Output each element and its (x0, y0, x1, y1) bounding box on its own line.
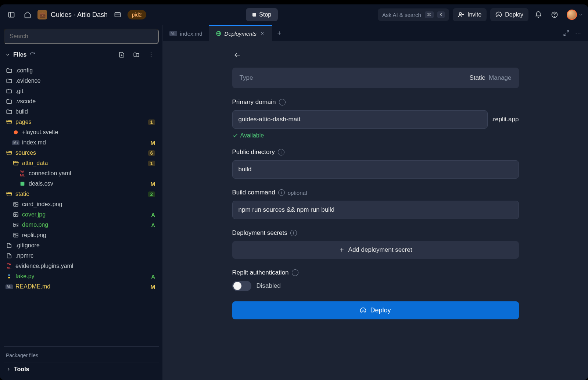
avatar-menu[interactable] (567, 10, 583, 20)
tree-label: sources (15, 150, 145, 156)
tree-item--git[interactable]: .git (4, 86, 157, 96)
new-file-icon[interactable] (115, 49, 128, 61)
kebab-icon[interactable] (575, 30, 581, 36)
info-icon[interactable]: i (290, 230, 297, 236)
divider (4, 346, 159, 347)
tree-item-attio-data[interactable]: attio_data1 (4, 158, 157, 168)
availability-status: Available (232, 132, 519, 139)
avatar (567, 10, 577, 20)
tree-item--npmrc[interactable]: .npmrc (4, 251, 157, 261)
svelte-icon (12, 129, 19, 136)
tree-item-connection-yaml[interactable]: YAMLconnection.yaml (4, 168, 157, 179)
tree-item--gitignore[interactable]: .gitignore (4, 240, 157, 251)
stop-button[interactable]: Stop (246, 8, 278, 21)
panel-toggle-icon[interactable] (5, 8, 18, 21)
tree-label: evidence.plugins.yaml (15, 263, 155, 269)
stop-icon (252, 13, 256, 17)
tree-label: demo.png (22, 222, 148, 228)
tools-section[interactable]: Tools (4, 362, 159, 376)
folder-open-icon (6, 119, 12, 125)
plus-icon (339, 247, 345, 253)
home-icon[interactable] (21, 8, 34, 21)
domain-input[interactable] (232, 110, 488, 129)
project-menu-icon[interactable] (111, 8, 124, 21)
svg-point-14 (151, 54, 151, 55)
rocket-icon (495, 11, 502, 18)
files-header[interactable]: Files (4, 46, 159, 63)
tree-item-card-index-png[interactable]: card_index.png (4, 199, 157, 209)
auth-toggle[interactable] (232, 281, 251, 291)
tree-item--evidence[interactable]: .evidence (4, 76, 157, 86)
tree-item-fake-py[interactable]: fake.pyA (4, 271, 157, 282)
info-icon[interactable]: i (278, 189, 285, 196)
tree-item--layout-svelte[interactable]: +layout.svelte (4, 127, 157, 137)
tree-item-readme-md[interactable]: M↓README.mdM (4, 282, 157, 292)
tree-item--config[interactable]: .config (4, 65, 157, 76)
tree-item-static[interactable]: static2 (4, 189, 157, 199)
tree-item--vscode[interactable]: .vscode (4, 96, 157, 107)
notifications-icon[interactable] (532, 8, 545, 21)
svg-point-19 (15, 203, 16, 204)
git-status-badge: A (151, 212, 155, 218)
tree-item-build[interactable]: build (4, 107, 157, 117)
deploy-button[interactable]: Deploy (232, 301, 519, 319)
tree-label: .gitignore (15, 242, 155, 249)
tree-item-cover-jpg[interactable]: cover.jpgA (4, 209, 157, 220)
tree-label: .npmrc (15, 252, 155, 259)
tree-item-replit-png[interactable]: replit.png (4, 230, 157, 240)
tree-item-pages[interactable]: pages1 (4, 117, 157, 127)
tree-label: .config (15, 67, 155, 74)
tree-item-evidence-plugins-yaml[interactable]: YAMLevidence.plugins.yaml (4, 261, 157, 271)
count-badge: 6 (148, 150, 155, 156)
ai-search-button[interactable]: Ask AI & search ⌘ K (378, 8, 449, 21)
tree-item-sources[interactable]: sources6 (4, 148, 157, 158)
tabbar: M↓ index.md Deployments (163, 25, 588, 41)
tree-item-index-md[interactable]: M↓index.mdM (4, 137, 157, 148)
info-icon[interactable]: i (292, 269, 298, 276)
build-cmd-input[interactable] (232, 201, 519, 219)
tree-label: deals.csv (29, 180, 148, 187)
yaml-icon: YAML (19, 170, 26, 177)
type-value: Static (470, 74, 485, 82)
info-icon[interactable]: i (279, 99, 286, 105)
more-icon[interactable] (145, 49, 157, 61)
project-title[interactable]: Guides - Attio Dash (51, 11, 108, 19)
file-tree: .config.evidence.git.vscodebuildpages1+l… (4, 65, 159, 342)
expand-icon[interactable] (563, 30, 570, 36)
pid-badge: pid2 (128, 10, 146, 19)
folder-open-icon (6, 150, 12, 156)
primary-domain-label: Primary domain i (232, 98, 519, 106)
tab-index-md[interactable]: M↓ index.md (163, 25, 209, 41)
info-icon[interactable]: i (278, 149, 284, 155)
tree-item-deals-csv[interactable]: deals.csvM (4, 179, 157, 189)
secrets-label: Deployment secrets i (232, 229, 519, 237)
sidebar-search-input[interactable] (4, 29, 159, 44)
public-dir-input[interactable] (232, 160, 519, 179)
tree-label: pages (15, 119, 145, 125)
tab-deployments[interactable]: Deployments (209, 25, 272, 41)
files-label: Files (13, 51, 26, 58)
back-button[interactable] (232, 50, 243, 60)
folder-icon (6, 88, 12, 94)
deploy-top-button[interactable]: Deploy (490, 8, 528, 21)
kbd-k: K (437, 11, 445, 18)
close-tab-icon[interactable] (259, 31, 265, 36)
new-folder-icon[interactable] (130, 49, 143, 61)
tree-label: static (15, 191, 145, 197)
tree-label: index.md (22, 139, 148, 146)
tree-item-demo-png[interactable]: demo.pngA (4, 220, 157, 230)
svg-line-32 (564, 34, 566, 36)
svg-point-25 (15, 234, 16, 235)
chevron-down-icon (5, 52, 10, 57)
add-tab-button[interactable] (272, 25, 287, 41)
manage-link[interactable]: Manage (489, 74, 511, 82)
add-secret-button[interactable]: Add deployment secret (232, 241, 519, 259)
invite-button[interactable]: Invite (453, 8, 487, 21)
git-status-badge: A (151, 273, 155, 280)
git-status-badge: A (151, 222, 155, 228)
sync-icon[interactable] (29, 52, 35, 58)
svg-point-35 (580, 33, 580, 33)
help-icon[interactable] (548, 8, 561, 21)
tree-label: +layout.svelte (22, 129, 155, 136)
md-icon: M↓ (169, 31, 177, 36)
